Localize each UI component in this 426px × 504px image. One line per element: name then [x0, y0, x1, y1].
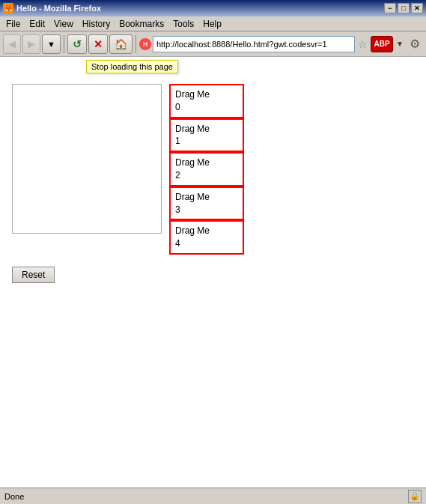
menu-history[interactable]: History [78, 17, 115, 31]
favicon-icon: H [139, 38, 151, 50]
menu-help[interactable]: Help [198, 17, 226, 31]
drag-item-2[interactable]: Drag Me2 [169, 152, 244, 186]
browser-body: Stop loading this page Drag Me0 Drag Me1… [0, 57, 426, 504]
forward-arrow-icon: ▶ [28, 38, 35, 49]
menu-view[interactable]: View [49, 17, 78, 31]
nav-dropdown-button[interactable]: ▼ [42, 34, 61, 54]
drag-item-4[interactable]: Drag Me4 [169, 220, 244, 255]
drag-items-container: Drag Me0 Drag Me1 Drag Me2 Drag Me3 Drag… [169, 84, 244, 255]
url-bar-container: H ☆ [139, 36, 369, 52]
status-bar: Done 🔒 [0, 488, 426, 504]
menu-edit[interactable]: Edit [25, 17, 49, 31]
stop-icon: ✕ [94, 38, 103, 50]
dropdown-arrow-icon: ▼ [47, 40, 55, 49]
drag-item-1[interactable]: Drag Me1 [169, 118, 244, 153]
stop-loading-tooltip: Stop loading this page [86, 60, 178, 73]
home-button[interactable]: 🏠 [109, 34, 133, 54]
home-icon: 🏠 [115, 38, 127, 50]
maximize-button[interactable]: □ [398, 3, 410, 13]
abp-button[interactable]: ABP [371, 36, 393, 52]
status-icon: 🔒 [408, 490, 422, 503]
reload-button[interactable]: ↺ [67, 34, 87, 54]
minimize-button[interactable]: − [384, 3, 396, 13]
bookmark-star-icon[interactable]: ☆ [356, 38, 369, 50]
content-area: Drag Me0 Drag Me1 Drag Me2 Drag Me3 Drag… [6, 78, 420, 261]
drop-target-box[interactable] [12, 84, 162, 234]
window-title: Hello - Mozilla Firefox [16, 4, 101, 13]
menu-bar: File Edit View History Bookmarks Tools H… [0, 16, 426, 31]
page-area: Stop loading this page Drag Me0 Drag Me1… [0, 57, 426, 488]
title-bar: 🦊 Hello - Mozilla Firefox − □ ✕ [0, 0, 426, 16]
reset-button[interactable]: Reset [12, 267, 55, 283]
back-button[interactable]: ◀ [3, 34, 21, 54]
nav-bar: ◀ ▶ ▼ ↺ ✕ 🏠 H ☆ ABP ▼ ⚙ [0, 31, 426, 57]
status-text: Done [4, 492, 24, 501]
drag-item-3[interactable]: Drag Me3 [169, 186, 244, 221]
abp-dropdown-icon[interactable]: ▼ [395, 40, 405, 48]
forward-button[interactable]: ▶ [22, 34, 40, 54]
stop-button[interactable]: ✕ [88, 34, 108, 54]
browser-icon: 🦊 [3, 3, 13, 13]
reset-area: Reset [6, 261, 420, 289]
back-arrow-icon: ◀ [8, 38, 16, 49]
nav-separator [64, 35, 64, 53]
menu-file[interactable]: File [1, 17, 25, 31]
url-input[interactable] [153, 36, 355, 52]
gear-icon[interactable]: ⚙ [407, 37, 423, 51]
menu-tools[interactable]: Tools [168, 17, 198, 31]
reload-icon: ↺ [73, 38, 82, 50]
drag-item-0[interactable]: Drag Me0 [169, 84, 244, 118]
menu-bookmarks[interactable]: Bookmarks [115, 17, 168, 31]
nav-separator2 [136, 35, 136, 53]
close-button[interactable]: ✕ [411, 3, 423, 13]
